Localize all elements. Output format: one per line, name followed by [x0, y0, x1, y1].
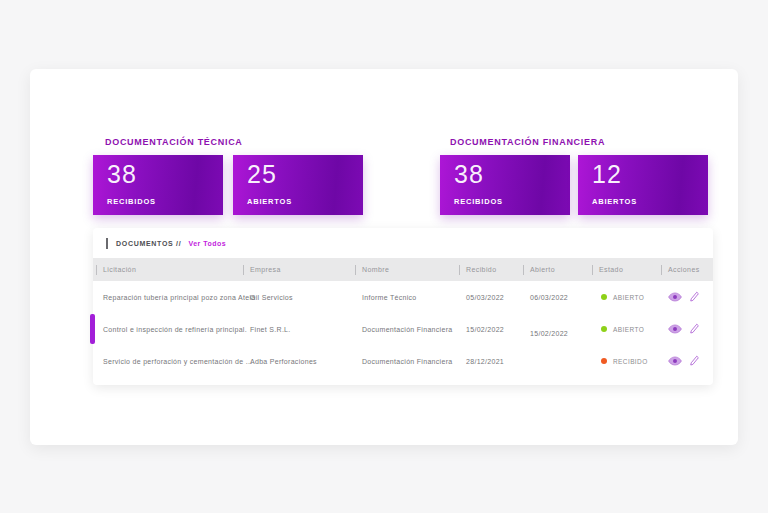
stat-card-financiera-abiertos: 12 ABIERTOS	[578, 155, 708, 215]
cell-empresa: Finet S.R.L.	[250, 313, 291, 345]
cell-recibido: 28/12/2021	[466, 345, 504, 377]
stat-card-financiera-recibidos: 38 RECIBIDOS	[440, 155, 570, 215]
status-label: ABIERTO	[613, 326, 644, 333]
breadcrumb-label: DOCUMENTOS //	[116, 240, 181, 247]
section-title-tecnica: DOCUMENTACIÓN TÉCNICA	[105, 137, 243, 147]
stat-value: 12	[592, 160, 622, 189]
status-dot	[601, 358, 607, 364]
stat-card-tecnica-abiertos: 25 ABIERTOS	[233, 155, 363, 215]
col-header-empresa: Empresa	[243, 258, 281, 281]
cell-nombre: Informe Técnico	[362, 281, 417, 313]
cell-nombre: Documentación Financiera	[362, 313, 452, 345]
breadcrumb: DOCUMENTOS // Ver Todos	[93, 228, 713, 258]
column-divider	[523, 265, 524, 275]
cell-estado: ABIERTO	[601, 313, 644, 345]
col-header-abierto: Abierto	[523, 258, 555, 281]
cell-licitacion: Reparación tubería principal pozo zona A…	[103, 281, 256, 313]
breadcrumb-rule	[106, 238, 108, 249]
cell-licitacion: Control e inspección de refinería princi…	[103, 313, 247, 345]
stat-value: 38	[454, 160, 484, 189]
col-header-licitacion: Licitación	[96, 258, 136, 281]
cell-recibido: 15/02/2022	[466, 313, 504, 345]
dashboard-panel: DOCUMENTACIÓN TÉCNICA 38 RECIBIDOS 25 AB…	[30, 69, 738, 445]
column-divider	[661, 265, 662, 275]
edit-icon[interactable]	[690, 355, 699, 367]
edit-icon[interactable]	[690, 323, 699, 335]
column-divider	[592, 265, 593, 275]
selected-row-indicator	[90, 314, 95, 344]
cell-abierto: 15/02/2022	[530, 313, 568, 345]
cell-acciones	[668, 313, 699, 345]
col-header-recibido: Recibido	[459, 258, 496, 281]
cell-empresa: Adba Perforaciones	[250, 345, 317, 377]
stat-value: 38	[107, 160, 137, 189]
section-title-financiera: DOCUMENTACIÓN FINANCIERA	[450, 137, 605, 147]
stat-label: ABIERTOS	[247, 197, 292, 206]
status-dot	[601, 294, 607, 300]
col-header-nombre: Nombre	[355, 258, 389, 281]
cell-estado: RECIBIDO	[601, 345, 648, 377]
cell-recibido: 05/03/2022	[466, 281, 504, 313]
edit-icon[interactable]	[690, 291, 699, 303]
cell-acciones	[668, 281, 699, 313]
stat-label: RECIBIDOS	[107, 197, 156, 206]
view-icon[interactable]	[668, 292, 682, 302]
table-row[interactable]: Servicio de perforación y cementación de…	[93, 345, 713, 377]
column-divider	[459, 265, 460, 275]
cell-acciones	[668, 345, 699, 377]
table-header: Licitación Empresa Nombre Recibido Abier…	[93, 258, 713, 281]
cell-abierto: 06/03/2022	[530, 281, 568, 313]
table-row[interactable]: Reparación tubería principal pozo zona A…	[93, 281, 713, 313]
cell-estado: ABIERTO	[601, 281, 644, 313]
status-label: RECIBIDO	[613, 358, 648, 365]
table-row[interactable]: Control e inspección de refinería princi…	[93, 313, 713, 345]
ver-todos-link[interactable]: Ver Todos	[188, 240, 226, 247]
stat-label: ABIERTOS	[592, 197, 637, 206]
view-icon[interactable]	[668, 324, 682, 334]
column-divider	[355, 265, 356, 275]
cell-licitacion: Servicio de perforación y cementación de…	[103, 345, 252, 377]
cell-empresa: Oil Servicios	[250, 281, 293, 313]
col-header-acciones: Acciones	[661, 258, 700, 281]
status-label: ABIERTO	[613, 294, 644, 301]
col-header-estado: Estado	[592, 258, 623, 281]
column-divider	[96, 265, 97, 275]
view-icon[interactable]	[668, 356, 682, 366]
stat-label: RECIBIDOS	[454, 197, 503, 206]
status-dot	[601, 326, 607, 332]
cell-nombre: Documentación Financiera	[362, 345, 452, 377]
column-divider	[243, 265, 244, 275]
stat-card-tecnica-recibidos: 38 RECIBIDOS	[93, 155, 223, 215]
stat-value: 25	[247, 160, 277, 189]
documents-table: DOCUMENTOS // Ver Todos Licitación Empre…	[93, 228, 713, 385]
